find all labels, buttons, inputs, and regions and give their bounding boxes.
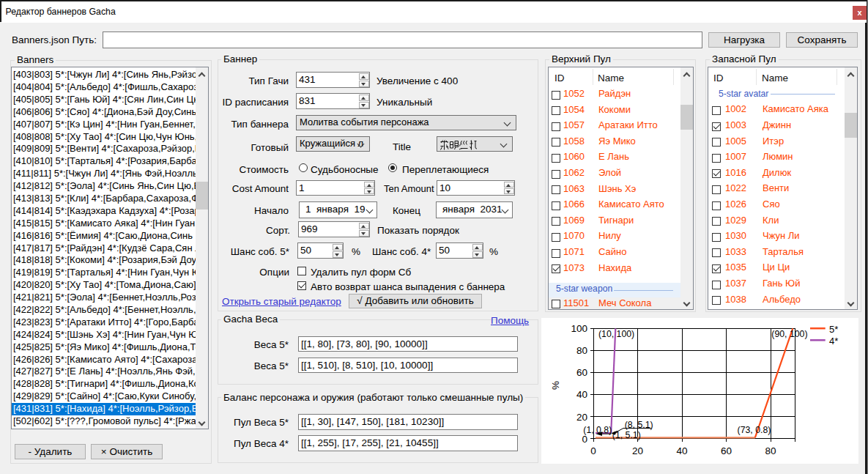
svg-text:80: 80 xyxy=(576,345,587,356)
svg-text:(73, 0.8): (73, 0.8) xyxy=(738,425,771,435)
svg-text:20: 20 xyxy=(576,412,587,423)
svg-text:60: 60 xyxy=(576,367,587,378)
svg-text:100: 100 xyxy=(571,323,587,334)
svg-text:4*: 4* xyxy=(829,336,838,347)
svg-text:0: 0 xyxy=(582,434,587,445)
svg-text:(1, 0.8): (1, 0.8) xyxy=(583,425,612,435)
svg-text:0: 0 xyxy=(590,445,596,456)
svg-text:60: 60 xyxy=(721,445,732,456)
svg-text:(10, 100): (10, 100) xyxy=(598,329,634,339)
svg-text:80: 80 xyxy=(765,445,776,456)
svg-text:5*: 5* xyxy=(829,324,838,335)
svg-text:%: % xyxy=(550,381,561,390)
svg-text:(90, 100): (90, 100) xyxy=(771,329,807,339)
svg-text:40: 40 xyxy=(676,445,687,456)
svg-text:40: 40 xyxy=(576,389,587,400)
svg-text:20: 20 xyxy=(632,445,643,456)
